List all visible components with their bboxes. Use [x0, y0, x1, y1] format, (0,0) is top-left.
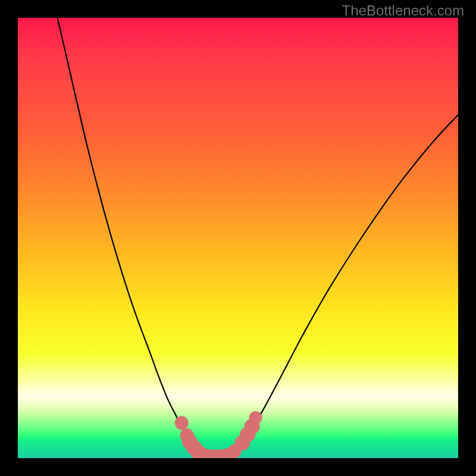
data-marker [175, 416, 189, 430]
chart-frame: TheBottleneck.com [0, 0, 476, 476]
data-marker [249, 411, 262, 424]
plot-area [18, 18, 458, 458]
curve-left-curve [58, 18, 205, 457]
watermark-text: TheBottleneck.com [342, 2, 464, 19]
bottleneck-curve [58, 18, 458, 457]
curve-right-curve [227, 115, 459, 457]
data-markers [175, 411, 262, 458]
chart-svg [18, 18, 458, 458]
